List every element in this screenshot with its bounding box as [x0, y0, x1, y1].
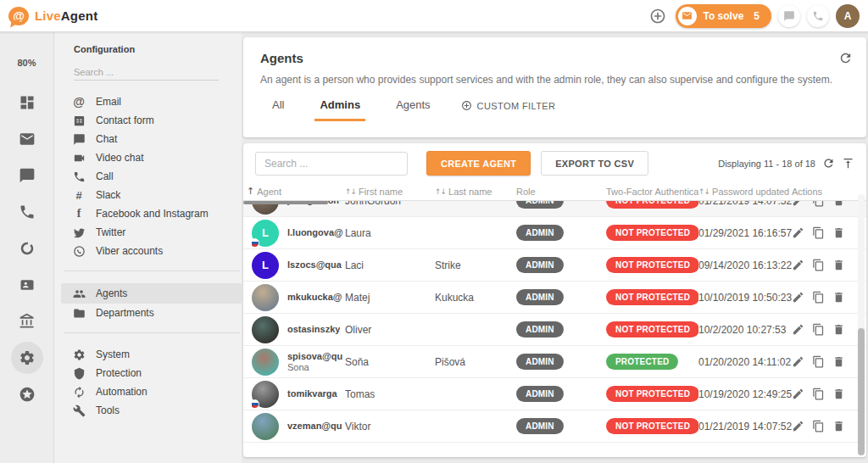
- vertical-scrollbar-thumb[interactable]: [858, 328, 865, 455]
- copy-icon[interactable]: [812, 388, 825, 400]
- delete-icon[interactable]: [832, 201, 845, 207]
- chat-icon[interactable]: [778, 5, 800, 27]
- copy-icon[interactable]: [812, 355, 825, 368]
- horizontal-scrollbar-thumb[interactable]: [243, 201, 328, 204]
- phone-icon[interactable]: [807, 5, 829, 27]
- add-circle-icon[interactable]: [647, 5, 669, 27]
- agent-first-name: Soňa: [345, 356, 435, 368]
- edit-icon[interactable]: [792, 259, 804, 271]
- config-item-departments[interactable]: Departments: [54, 304, 242, 322]
- refresh-icon[interactable]: [838, 51, 853, 65]
- user-avatar[interactable]: A: [836, 4, 860, 28]
- delete-icon[interactable]: [832, 355, 845, 368]
- edit-icon[interactable]: [792, 388, 804, 400]
- partially-scrolled-row: johngordonJohnGordonADMINNOT PROTECTED01…: [243, 201, 866, 217]
- config-item-label: Call: [96, 170, 114, 182]
- create-agent-button[interactable]: CREATE AGENT: [426, 151, 531, 176]
- agent-row[interactable]: vzeman@quViktorADMINNOT PROTECTED01/21/2…: [243, 410, 866, 443]
- copy-icon[interactable]: [812, 201, 825, 207]
- rail-dashboard-icon[interactable]: [11, 86, 43, 119]
- rail-call-icon[interactable]: [11, 196, 43, 228]
- column-header-agent[interactable]: ↑Agent: [247, 186, 345, 197]
- config-item-viber-accounts[interactable]: Viber accounts: [54, 242, 242, 260]
- config-item-video-chat[interactable]: Video chat: [54, 148, 242, 167]
- agent-row[interactable]: johngordonJohnGordonADMINNOT PROTECTED01…: [243, 201, 866, 217]
- agents-search-input[interactable]: [255, 152, 408, 176]
- delete-icon[interactable]: [832, 291, 845, 304]
- call-icon: [72, 170, 86, 183]
- vertical-scrollbar-track[interactable]: [858, 194, 865, 455]
- config-item-contact-form[interactable]: Contact form: [54, 111, 242, 130]
- role-badge: ADMIN: [516, 386, 564, 402]
- column-header-last-name[interactable]: ↑↓Last name: [435, 187, 516, 197]
- copy-icon[interactable]: [812, 259, 825, 271]
- config-item-twitter[interactable]: Twitter: [54, 223, 242, 242]
- to-solve-button[interactable]: To solve 5: [676, 4, 771, 28]
- tab-agents[interactable]: Agents: [396, 98, 430, 121]
- scroll-to-top-icon[interactable]: [842, 157, 854, 170]
- config-item-call[interactable]: Call: [54, 167, 242, 186]
- edit-icon[interactable]: [792, 420, 804, 432]
- copy-icon[interactable]: [812, 420, 825, 432]
- edit-icon[interactable]: [792, 226, 804, 239]
- rail-chat-icon[interactable]: [11, 159, 43, 192]
- two-factor-badge: NOT PROTECTED: [606, 225, 698, 241]
- config-item-agents[interactable]: Agents: [61, 283, 242, 304]
- config-item-slack[interactable]: #Slack: [54, 186, 242, 204]
- config-item-facebook-and-instagram[interactable]: fFacebook and Instagram: [54, 204, 242, 223]
- agent-row[interactable]: spisova@quSonaSoňaPišováADMINPROTECTED01…: [243, 346, 866, 378]
- config-item-protection[interactable]: Protection: [54, 364, 242, 382]
- tab-admins[interactable]: Admins: [314, 98, 365, 121]
- agent-row[interactable]: mkukucka@MatejKukuckaADMINNOT PROTECTED1…: [243, 282, 866, 314]
- agent-last-name: Kukucka: [435, 292, 516, 304]
- delete-icon[interactable]: [832, 388, 845, 400]
- column-header-password-updated[interactable]: ↑↓Password updated: [698, 187, 792, 197]
- column-header-first-name[interactable]: ↑↓First name: [345, 187, 435, 197]
- copy-icon[interactable]: [812, 291, 825, 304]
- rail-ring-icon[interactable]: [11, 232, 43, 265]
- agent-avatar: [252, 284, 279, 311]
- config-item-email[interactable]: @Email: [54, 92, 242, 111]
- wrench-icon: [72, 404, 86, 417]
- edit-icon[interactable]: [792, 355, 804, 368]
- password-updated: 01/21/2019 14:07:52: [698, 201, 792, 207]
- delete-icon[interactable]: [832, 259, 845, 271]
- config-item-label: Slack: [96, 189, 120, 201]
- rail-bank-icon[interactable]: [11, 305, 43, 337]
- copy-icon[interactable]: [812, 226, 825, 239]
- config-item-chat[interactable]: Chat: [54, 130, 242, 148]
- agent-avatar: [252, 316, 279, 343]
- agent-email: spisova@quSona: [287, 351, 342, 373]
- edit-icon[interactable]: [792, 201, 804, 207]
- rail-settings-icon[interactable]: [11, 342, 43, 374]
- agent-row[interactable]: ostasinszkyOliverADMINNOT PROTECTED10/2/…: [243, 314, 866, 346]
- configuration-search-input[interactable]: [74, 64, 219, 81]
- refresh-icon[interactable]: [822, 157, 835, 170]
- rail-star-icon[interactable]: [11, 378, 43, 410]
- agent-first-name: Oliver: [345, 324, 435, 336]
- delete-icon[interactable]: [832, 420, 845, 432]
- export-csv-button[interactable]: EXPORT TO CSV: [541, 151, 648, 176]
- role-badge: ADMIN: [516, 225, 564, 241]
- role-badge: ADMIN: [516, 289, 564, 305]
- config-item-label: Contact form: [96, 114, 154, 126]
- delete-icon[interactable]: [832, 226, 845, 239]
- password-updated: 01/21/2019 14:07:52: [698, 421, 792, 432]
- top-bar: @ LiveAgent To solve 5 A: [0, 0, 868, 32]
- copy-icon[interactable]: [812, 323, 825, 336]
- agent-row[interactable]: tomikvargaTomasADMINNOT PROTECTED10/19/2…: [243, 378, 866, 410]
- tab-custom-filter[interactable]: CUSTOM FILTER: [461, 100, 556, 121]
- rail-contacts-icon[interactable]: [11, 269, 43, 301]
- agent-row[interactable]: Llszocs@quaLaciStrikeADMINNOT PROTECTED0…: [243, 249, 866, 282]
- rail-mail-icon[interactable]: [11, 123, 43, 155]
- password-updated: 09/14/2020 16:13:22: [698, 259, 792, 271]
- config-item-system[interactable]: System: [54, 345, 242, 364]
- tab-all[interactable]: All: [272, 98, 284, 121]
- config-item-automation[interactable]: Automation: [54, 382, 242, 401]
- table-header-row: ↑Agent↑↓First name↑↓Last nameRoleTwo-Fac…: [243, 182, 866, 201]
- config-item-tools[interactable]: Tools: [54, 401, 242, 420]
- agent-row[interactable]: Ll.luongova@LauraADMINNOT PROTECTED01/29…: [243, 217, 866, 249]
- edit-icon[interactable]: [792, 291, 804, 304]
- delete-icon[interactable]: [832, 323, 845, 336]
- edit-icon[interactable]: [792, 323, 804, 336]
